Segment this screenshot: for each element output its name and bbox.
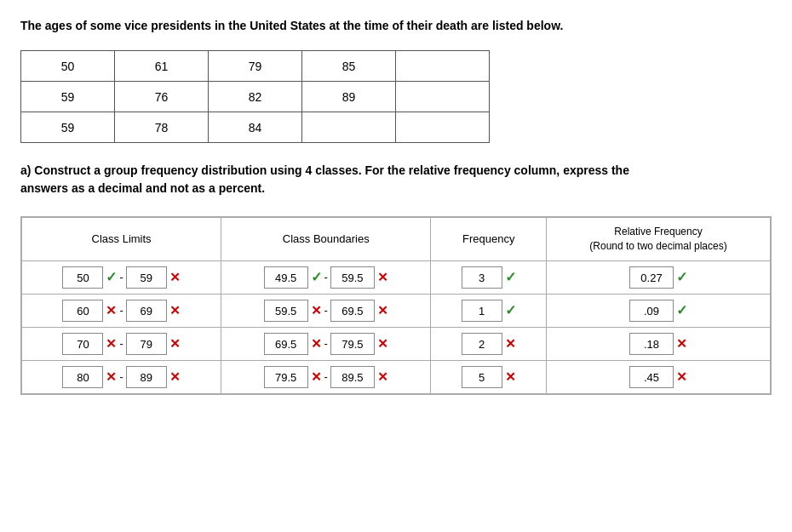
- class-limit-low-input[interactable]: 60: [62, 300, 103, 322]
- frequency-input[interactable]: 1: [462, 300, 502, 322]
- data-cell: [396, 51, 490, 82]
- x-icon: ✕: [676, 336, 687, 352]
- x-icon: ✕: [106, 369, 117, 385]
- rel-freq-input[interactable]: .09: [629, 300, 674, 322]
- class-boundaries-header: Class Boundaries: [221, 218, 431, 261]
- check-icon: ✓: [106, 269, 117, 285]
- class-limit-low-input[interactable]: 70: [62, 333, 103, 355]
- data-cell: 82: [209, 82, 302, 112]
- distribution-table: Class Limits Class Boundaries Frequency …: [21, 217, 771, 394]
- data-cell: 79: [209, 51, 302, 82]
- class-boundary-high-input[interactable]: 89.5: [330, 366, 375, 388]
- dist-row: 50 ✓ - 59 ✕ 49.5 ✓ - 59.5 ✕ 3 ✓ 0.27 ✓: [22, 260, 771, 294]
- dist-row: 60 ✕ - 69 ✕ 59.5 ✕ - 69.5 ✕ 1 ✓ .09 ✓: [22, 294, 771, 327]
- x-icon: ✕: [505, 336, 516, 352]
- check-icon: ✓: [505, 302, 516, 318]
- data-table: 5061798559768289597884: [20, 50, 490, 143]
- class-boundary-low-input[interactable]: 69.5: [264, 333, 308, 355]
- x-icon: ✕: [377, 270, 388, 285]
- x-icon: ✕: [169, 369, 181, 385]
- x-icon: ✕: [676, 369, 687, 385]
- frequency-input[interactable]: 2: [462, 333, 502, 355]
- check-icon: ✓: [676, 302, 687, 318]
- rel-freq-input[interactable]: 0.27: [629, 266, 674, 289]
- class-limit-high-input[interactable]: 69: [126, 300, 167, 322]
- rel-freq-input[interactable]: .18: [629, 333, 674, 355]
- data-cell: 76: [115, 82, 209, 112]
- class-boundary-low-input[interactable]: 49.5: [264, 266, 308, 289]
- instruction-text: a) Construct a group frequency distribut…: [20, 162, 668, 197]
- x-icon: ✕: [377, 336, 388, 352]
- data-cell: 89: [302, 82, 396, 112]
- x-icon: ✕: [311, 369, 322, 385]
- class-limit-high-input[interactable]: 59: [126, 266, 167, 289]
- frequency-input[interactable]: 5: [462, 366, 502, 388]
- data-cell: [302, 112, 396, 143]
- data-cell: 78: [115, 112, 209, 143]
- x-icon: ✕: [169, 303, 181, 318]
- class-boundary-low-input[interactable]: 79.5: [264, 366, 308, 388]
- frequency-header: Frequency: [431, 218, 547, 261]
- x-icon: ✕: [377, 303, 388, 318]
- check-icon: ✓: [676, 269, 687, 285]
- class-limit-low-input[interactable]: 50: [62, 266, 103, 289]
- x-icon: ✕: [311, 336, 322, 352]
- check-icon: ✓: [505, 269, 516, 285]
- rel-freq-input[interactable]: .45: [629, 366, 674, 388]
- class-boundary-high-input[interactable]: 69.5: [330, 300, 375, 322]
- data-cell: 84: [209, 112, 302, 143]
- distribution-wrapper: Class Limits Class Boundaries Frequency …: [20, 216, 772, 395]
- x-icon: ✕: [169, 270, 181, 285]
- intro-text: The ages of some vice presidents in the …: [20, 17, 668, 35]
- class-limit-low-input[interactable]: 80: [62, 366, 103, 388]
- class-boundary-high-input[interactable]: 79.5: [330, 333, 375, 355]
- x-icon: ✕: [311, 303, 322, 318]
- class-boundary-low-input[interactable]: 59.5: [264, 300, 308, 322]
- class-boundary-high-input[interactable]: 59.5: [330, 266, 375, 289]
- dist-row: 70 ✕ - 79 ✕ 69.5 ✕ - 79.5 ✕ 2 ✕ .18 ✕: [22, 327, 771, 360]
- data-cell: [396, 112, 490, 143]
- frequency-input[interactable]: 3: [462, 266, 502, 289]
- x-icon: ✕: [505, 369, 516, 385]
- class-limits-header: Class Limits: [22, 218, 221, 261]
- rel-freq-header: Relative Frequency (Round to two decimal…: [547, 218, 771, 261]
- data-cell: 85: [302, 51, 396, 82]
- data-cell: 59: [21, 82, 115, 112]
- data-cell: 59: [21, 112, 115, 143]
- class-limit-high-input[interactable]: 79: [126, 333, 167, 355]
- x-icon: ✕: [169, 336, 181, 352]
- data-cell: 50: [21, 51, 115, 82]
- x-icon: ✕: [106, 336, 117, 352]
- data-cell: [396, 82, 490, 112]
- x-icon: ✕: [377, 369, 388, 385]
- check-icon: ✓: [311, 269, 322, 285]
- data-cell: 61: [115, 51, 209, 82]
- x-icon: ✕: [106, 303, 117, 318]
- class-limit-high-input[interactable]: 89: [126, 366, 167, 388]
- dist-row: 80 ✕ - 89 ✕ 79.5 ✕ - 89.5 ✕ 5 ✕ .45 ✕: [22, 360, 771, 393]
